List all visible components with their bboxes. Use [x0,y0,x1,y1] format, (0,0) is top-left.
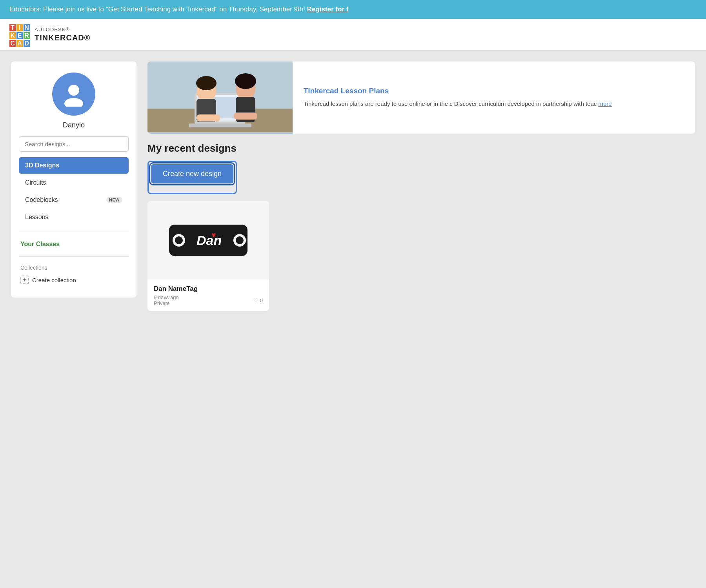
svg-text:♥: ♥ [211,230,216,239]
main-content: Danylo 3D Designs Circuits Codeblocks NE… [0,51,706,322]
logo-cell-d: D [24,40,30,47]
banner-link[interactable]: Register for f [307,5,349,13]
svg-point-0 [68,85,79,96]
design-meta-left: 9 days ago Private [154,294,179,306]
featured-image [147,62,293,134]
create-collection-label: Create collection [32,277,76,283]
create-collection-button[interactable]: + Create collection [19,273,129,287]
design-card[interactable]: Dan ♥ Dan NameTag 9 days ago Private [147,201,269,311]
featured-title[interactable]: Tinkercad Lesson Plans [304,87,612,95]
design-info: Dan NameTag 9 days ago Private ♡ 0 [147,279,269,311]
design-meta: 9 days ago Private ♡ 0 [154,294,263,306]
logo-cell-c: C [9,40,16,47]
svg-point-13 [235,73,256,89]
featured-illustration [147,62,293,132]
design-privacy: Private [154,300,169,306]
tinkercad-logo[interactable]: T I N K E R C A D [9,24,30,45]
sidebar-item-circuits[interactable]: Circuits [19,174,129,191]
sidebar-item-label: Circuits [25,179,46,186]
new-badge: NEW [106,197,122,203]
brand-text: AUTODESK® TINKERCAD® [35,27,91,42]
brand-autodesk: AUTODESK® [35,27,91,33]
featured-text: Tinkercad Lesson Plans Tinkercad lesson … [293,62,623,134]
sidebar-item-codeblocks[interactable]: Codeblocks NEW [19,192,129,208]
create-new-wrapper: Create new design [147,161,237,194]
design-likes: ♡ 0 [253,297,263,304]
logo-cell-r: R [24,32,30,39]
design-name: Dan NameTag [154,285,263,293]
sidebar-item-label: Codeblocks [25,196,58,203]
recent-designs-title: My recent designs [147,142,695,154]
sidebar-item-lessons[interactable]: Lessons [19,209,129,225]
logo-cell-k: K [9,32,16,39]
heart-icon: ♡ [253,297,258,303]
design-time: 9 days ago [154,294,179,300]
featured-description: Tinkercad lesson plans are ready to use … [304,99,612,109]
svg-text:Dan: Dan [197,233,222,248]
svg-point-10 [196,76,217,90]
sidebar-item-label: Lessons [25,214,49,221]
create-new-design-button[interactable]: Create new design [151,164,233,183]
sidebar: Danylo 3D Designs Circuits Codeblocks NE… [11,62,136,298]
designs-grid: Dan ♥ Dan NameTag 9 days ago Private [147,201,695,311]
site-header: T I N K E R C A D AUTODESK® TINKERCAD® [0,19,706,51]
sidebar-item-3d-designs[interactable]: 3D Designs [19,157,129,174]
featured-banner: Tinkercad Lesson Plans Tinkercad lesson … [147,62,695,134]
brand-tinkercad: TINKERCAD® [35,33,91,42]
right-content: Tinkercad Lesson Plans Tinkercad lesson … [147,62,695,311]
logo-cell-e: E [16,32,23,39]
sidebar-divider [19,232,129,232]
username: Danylo [63,121,85,129]
your-classes-link[interactable]: Your Classes [19,238,129,251]
featured-more-link[interactable]: more [599,100,612,107]
svg-rect-14 [197,114,220,122]
svg-point-1 [64,98,83,107]
design-thumbnail: Dan ♥ [147,201,269,279]
collections-label: Collections [19,262,129,273]
user-icon [61,82,86,107]
design-preview-svg: Dan ♥ [157,209,259,272]
recent-designs-section: My recent designs Create new design [147,142,695,311]
svg-rect-15 [234,113,257,120]
sidebar-item-label: 3D Designs [25,162,59,169]
announcement-banner: Educators: Please join us live to "Get S… [0,0,706,19]
svg-rect-7 [189,123,251,127]
banner-text: Educators: Please join us live to "Get S… [9,5,305,13]
sidebar-divider-2 [19,256,129,257]
plus-icon: + [20,276,29,284]
svg-point-20 [236,236,244,244]
svg-point-18 [175,236,183,244]
like-count: 0 [260,298,263,303]
search-input[interactable] [19,136,129,152]
logo-cell-t: T [9,24,16,31]
logo-cell-i: I [16,24,23,31]
logo-cell-a: A [16,40,23,47]
avatar [52,73,95,116]
logo-cell-n: N [24,24,30,31]
